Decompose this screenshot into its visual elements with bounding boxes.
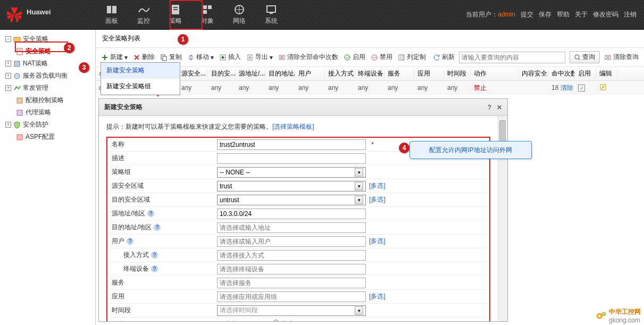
multi-link[interactable]: [多选] — [369, 237, 386, 246]
nav-dashboard[interactable]: 面板 — [96, 0, 128, 30]
columns-icon — [398, 54, 405, 61]
col-terminal[interactable]: 终端设备 — [355, 69, 384, 78]
link-help[interactable]: 帮助 — [557, 10, 570, 19]
template-link[interactable]: [选择策略模板] — [272, 123, 314, 130]
svg-rect-7 — [203, 10, 207, 14]
time-select[interactable]: 请选择时间段▾ — [217, 305, 366, 316]
close-icon[interactable]: ✕ — [497, 104, 502, 111]
col-app[interactable]: 应用 — [414, 69, 444, 78]
nav-object[interactable]: 对象 — [191, 0, 223, 30]
callout-box: 配置允许内网IP地址访问外网 — [409, 141, 532, 159]
delete-button[interactable]: 删除 — [133, 53, 155, 62]
sidebar-slb[interactable]: +服务器负载均衡 — [4, 70, 91, 82]
multi-link[interactable]: [多选] — [369, 292, 386, 301]
clear-hits-button[interactable]: 清除全部命中次数 — [278, 53, 338, 62]
sidebar-nat-policy[interactable]: +NAT策略 — [4, 57, 91, 70]
dstzone-select[interactable]: untrust▾ — [217, 195, 366, 205]
link-about[interactable]: 关于 — [575, 10, 588, 19]
srcaddr-input[interactable] — [217, 209, 366, 219]
dd-new-policy[interactable]: 新建安全策略 — [101, 63, 180, 79]
disable-button[interactable]: 禁用 — [371, 53, 392, 62]
enable-button[interactable]: 启用 — [344, 53, 365, 62]
sidebar-proxy[interactable]: 代理策略 — [4, 106, 91, 119]
svg-point-23 — [345, 55, 350, 60]
nav-monitor[interactable]: 监控 — [128, 0, 160, 30]
link-logout[interactable]: 注销 — [624, 10, 637, 19]
group-select[interactable]: -- NONE --▾ — [217, 167, 366, 178]
help-icon[interactable]: ? — [488, 104, 491, 111]
new-button[interactable]: 新建▾ — [101, 53, 128, 62]
col-dstzone[interactable]: 目的安... — [208, 69, 236, 78]
radio-deny[interactable]: 禁止 — [273, 320, 294, 321]
col-access[interactable]: 接入方式 — [325, 69, 355, 78]
link-save[interactable]: 保存 — [539, 10, 551, 19]
insert-button[interactable]: 插入 — [219, 53, 241, 62]
col-dstaddr[interactable]: 目的地址/... — [265, 69, 295, 78]
multi-link[interactable]: [多选] — [369, 195, 386, 204]
columns-button[interactable]: 列定制 — [398, 53, 426, 62]
chevron-down-icon: ▾ — [355, 306, 363, 315]
nav-policy[interactable]: 策略 — [160, 0, 191, 30]
watermark: 中华工控网gkong.com — [595, 307, 641, 324]
terminal-input[interactable] — [217, 264, 366, 274]
col-service[interactable]: 服务 — [384, 69, 414, 78]
app-input[interactable] — [217, 291, 366, 302]
collapse-icon[interactable]: − — [5, 36, 11, 42]
help-icon[interactable]: ? — [147, 210, 154, 217]
nav-network[interactable]: 网络 — [223, 0, 255, 30]
clear-hit-link[interactable]: 清除 — [561, 84, 573, 91]
enabled-checkbox[interactable]: ✓ — [578, 85, 585, 91]
dd-new-policy-group[interactable]: 新建安全策略组 — [101, 79, 180, 95]
col-time[interactable]: 时间段 — [444, 69, 471, 78]
radio-allow[interactable]: 允许 — [217, 320, 238, 321]
srczone-select[interactable]: trust▾ — [217, 181, 366, 191]
refresh-icon — [433, 54, 440, 61]
link-changepwd[interactable]: 修改密码 — [593, 10, 618, 19]
query-button[interactable]: 查询 — [570, 51, 600, 63]
col-srcaddr[interactable]: 源地址/... — [236, 69, 265, 78]
sidebar-bandwidth[interactable]: +常发管理 — [4, 82, 91, 94]
access-input[interactable] — [217, 250, 366, 261]
col-edit[interactable]: 编辑 — [596, 69, 617, 78]
help-icon[interactable]: ? — [127, 238, 133, 245]
col-hits[interactable]: 命中次数 — [548, 69, 575, 78]
step-marker-2: 2 — [64, 43, 74, 53]
sidebar-quota[interactable]: 配额控制策略 — [4, 94, 91, 106]
chevron-down-icon: ▾ — [355, 182, 363, 190]
name-input[interactable] — [217, 139, 366, 150]
brand-sub: ​ — [27, 16, 51, 22]
expand-icon[interactable]: + — [5, 122, 11, 128]
help-icon[interactable]: ? — [151, 252, 158, 259]
sidebar-security-defense[interactable]: +安全防护 — [4, 119, 91, 131]
col-content[interactable]: 内容安全 — [518, 69, 548, 78]
help-icon[interactable]: ? — [154, 224, 161, 231]
move-button[interactable]: 移动▾ — [187, 53, 214, 62]
form-area: 名称* 描述 策略组-- NONE --▾ 源安全区域trust▾[多选] 目的… — [106, 137, 490, 321]
sidebar-security-policy-root[interactable]: −安全策略 — [4, 33, 91, 45]
col-action[interactable]: 动作 — [471, 69, 518, 78]
nav-system[interactable]: 系统 — [255, 0, 287, 30]
clear-query-button[interactable]: 清除查询 — [604, 53, 639, 62]
col-user[interactable]: 用户 — [295, 69, 325, 78]
service-input[interactable] — [217, 278, 366, 288]
user-input[interactable] — [217, 236, 366, 247]
copy-button[interactable]: 复制 — [160, 53, 182, 62]
export-button[interactable]: 导出▾ — [246, 53, 273, 62]
expand-icon[interactable]: + — [5, 85, 11, 91]
sidebar-aspf[interactable]: ASPF配置 — [4, 131, 91, 143]
search-input[interactable] — [459, 52, 565, 63]
col-enable[interactable]: 启用 — [575, 69, 596, 78]
expand-icon[interactable]: + — [5, 73, 11, 79]
edit-icon[interactable] — [599, 84, 607, 91]
dstaddr-input[interactable] — [217, 222, 366, 233]
refresh-button[interactable]: 刷新 — [433, 53, 455, 62]
col-srczone[interactable]: 源安全... — [178, 69, 208, 78]
sidebar-security-policy[interactable]: 安全策略 — [4, 45, 91, 57]
main-nav: 面板 监控 策略 对象 网络 系统 — [96, 0, 287, 30]
dialog-hint: 提示：新建时可以基于策略模板来快速定义您需要的策略。[选择策略模板] — [106, 120, 490, 134]
link-submit[interactable]: 提交 — [521, 10, 533, 19]
help-icon[interactable]: ? — [151, 265, 158, 272]
expand-icon[interactable]: + — [5, 61, 11, 66]
desc-input[interactable] — [217, 153, 366, 164]
multi-link[interactable]: [多选] — [369, 181, 386, 190]
